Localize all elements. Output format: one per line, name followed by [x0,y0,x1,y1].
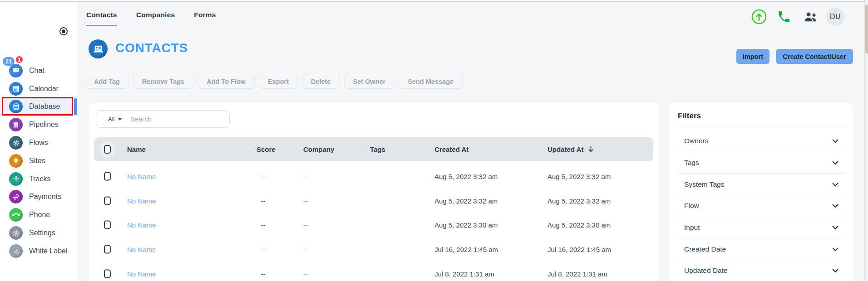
column-header-score[interactable]: Score [256,137,276,161]
contact-score: -- [261,197,266,204]
row-checkbox[interactable] [104,172,111,180]
contact-score: -- [261,221,266,229]
sidebar-collapse-toggle[interactable] [59,27,68,35]
contact-score: -- [261,270,266,278]
chat-alert-badge: 1 [15,55,24,64]
select-all-checkbox[interactable] [104,145,111,154]
tracks-icon [9,172,23,186]
sidebar-menu: Chat Calendar Database Pipelines [0,62,77,260]
column-header-name[interactable]: Name [127,137,146,161]
export-button[interactable]: Export [259,74,298,89]
column-header-tags[interactable]: Tags [370,137,385,161]
filter-updated-date[interactable]: Updated Date [677,260,845,281]
contact-updated-at: Aug 5, 2022 3:32 am [547,197,611,204]
contact-created-at: Jul 8, 2022 1:31 am [434,270,494,278]
contact-company-link[interactable]: -- [303,221,308,229]
chevron-down-icon [832,245,838,253]
contact-name-link[interactable]: No Name [127,246,156,253]
chevron-down-icon [832,137,838,145]
filter-flow[interactable]: Flow [677,195,845,217]
column-header-created-at[interactable]: Created At [434,137,469,161]
table-row: No Name -- -- Jul 8, 2022 1:31 am Jul 8,… [94,262,653,281]
sidebar-item-white-label[interactable]: White Label [0,242,77,260]
row-checkbox[interactable] [104,270,111,278]
search-input[interactable] [130,115,221,123]
set-owner-button[interactable]: Set Owner [344,74,395,89]
contact-name-link[interactable]: No Name [127,197,156,204]
sidebar-item-phone[interactable]: Phone [0,206,77,224]
vertical-scrollbar[interactable] [864,0,868,281]
sidebar-item-label: White Label [29,247,68,255]
white-label-icon [9,244,23,258]
contacts-people-icon[interactable] [803,11,818,25]
sidebar-item-label: Chat [29,67,44,75]
filters-title: Filters [678,111,701,121]
sidebar-item-calendar[interactable]: Calendar [0,80,77,98]
chevron-down-icon [832,180,838,189]
sidebar-item-database[interactable]: Database [0,98,77,116]
filter-system-tags[interactable]: System Tags [677,174,845,195]
contact-created-at: Aug 5, 2022 3:32 am [434,197,498,204]
contact-updated-at: Jul 8, 2022 1:31 am [547,270,607,278]
contact-company-link[interactable]: -- [303,246,308,253]
add-to-flow-button[interactable]: Add To Flow [197,74,255,89]
row-checkbox[interactable] [104,196,111,205]
delete-button[interactable]: Delete [302,74,340,89]
tab-contacts[interactable]: Contacts [86,11,117,26]
sidebar-item-label: Database [29,102,60,111]
row-checkbox[interactable] [104,221,111,229]
table-row: No Name -- -- Jul 16, 2022 1:45 am Jul 1… [94,237,653,262]
import-button[interactable]: Import [736,49,769,64]
flows-icon [9,136,23,150]
column-header-updated-at[interactable]: Updated At [547,137,594,162]
row-checkbox[interactable] [104,245,111,254]
add-tag-button[interactable]: Add Tag [85,74,129,89]
send-message-button[interactable]: Send Message [399,74,463,89]
active-item-indicator [74,98,77,116]
sidebar-item-flows[interactable]: Flows [0,134,77,152]
payments-icon [9,190,23,203]
sidebar-item-tracks[interactable]: Tracks [0,170,77,188]
module-tabs: Contacts Companies Forms [86,11,216,26]
contact-created-at: Aug 5, 2022 3:32 am [434,172,498,180]
sidebar-item-pipelines[interactable]: Pipelines [0,116,77,134]
contact-updated-at: Jul 16, 2022 1:45 am [547,246,611,253]
call-icon[interactable] [777,10,791,26]
contact-name-link[interactable]: No Name [127,270,156,278]
upload-icon[interactable] [751,9,767,26]
filter-created-date[interactable]: Created Date [677,238,845,260]
filter-input[interactable]: Input [677,217,845,239]
sidebar-item-label: Settings [29,229,55,237]
tab-forms[interactable]: Forms [194,11,216,26]
tab-companies[interactable]: Companies [136,11,175,26]
chat-count-badge: 21 [3,57,15,66]
sidebar-item-sites[interactable]: Sites [0,152,77,170]
contact-name-link[interactable]: No Name [127,221,156,229]
table-row: No Name -- -- Aug 5, 2022 3:32 am Aug 5,… [94,164,653,189]
sidebar-item-payments[interactable]: Payments [0,188,77,206]
sidebar-item-settings[interactable]: Settings [0,224,77,242]
create-contact-user-button[interactable]: Create Contact/User [776,49,853,64]
contacts-table-card: All Name Score Company Tags Created At U… [89,103,659,281]
search-scope-dropdown[interactable]: All [108,116,122,122]
contact-company-link[interactable]: -- [303,270,308,278]
contact-score: -- [261,246,266,253]
database-icon [9,100,23,113]
chat-icon [9,64,23,78]
filters-panel: Filters Owners Tags System Tags Flow Inp… [670,103,853,281]
contact-company-link[interactable]: -- [303,197,308,204]
table-row: No Name -- -- Aug 5, 2022 3:30 am Aug 5,… [94,213,653,237]
sort-desc-icon [587,138,594,162]
sidebar-item-label: Sites [29,157,45,165]
search-bar: All [96,110,230,128]
remove-tags-button[interactable]: Remove Tags [133,74,193,89]
user-avatar[interactable]: DU [826,8,844,26]
filter-owners[interactable]: Owners [677,131,845,152]
contact-name-link[interactable]: No Name [127,172,156,180]
column-header-company[interactable]: Company [303,137,334,161]
contact-company-link[interactable]: -- [303,172,308,180]
sidebar: 21 1 Chat Calendar Database [0,0,77,281]
filter-tags[interactable]: Tags [677,152,845,174]
table-row: No Name -- -- Aug 5, 2022 3:32 am Aug 5,… [94,189,653,213]
scrollbar-thumb[interactable] [865,5,868,53]
